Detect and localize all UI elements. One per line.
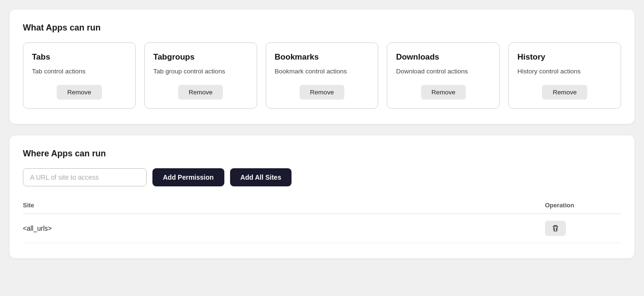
what-apps-section: What Apps can run TabsTab control action… — [10, 10, 634, 124]
permission-desc-bookmarks: Bookmark control actions — [275, 67, 370, 76]
permission-card-downloads: DownloadsDownload control actionsRemove — [387, 42, 500, 109]
site-col-header: Site — [23, 198, 545, 214]
operation-col-header: Operation — [545, 198, 621, 214]
permissions-grid: TabsTab control actionsRemoveTabgroupsTa… — [23, 42, 621, 109]
permission-desc-tabs: Tab control actions — [32, 67, 127, 76]
permission-title-downloads: Downloads — [396, 52, 491, 62]
sites-table: Site Operation <all_urls> — [23, 198, 621, 243]
permission-card-history: HistoryHistory control actionsRemove — [508, 42, 621, 109]
where-apps-section: Where Apps can run Add Permission Add Al… — [10, 135, 634, 258]
url-input[interactable] — [23, 168, 147, 186]
remove-button-downloads[interactable]: Remove — [421, 85, 466, 100]
what-apps-title: What Apps can run — [23, 23, 621, 33]
add-permission-button[interactable]: Add Permission — [152, 168, 224, 186]
permission-title-tabgroups: Tabgroups — [153, 52, 248, 62]
site-cell: <all_urls> — [23, 214, 545, 243]
table-row: <all_urls> — [23, 214, 621, 243]
remove-button-bookmarks[interactable]: Remove — [300, 85, 344, 100]
permission-title-history: History — [517, 52, 612, 62]
permission-desc-downloads: Download control actions — [396, 67, 491, 76]
remove-button-tabgroups[interactable]: Remove — [178, 85, 223, 100]
permission-desc-tabgroups: Tab group control actions — [153, 67, 248, 76]
permission-title-tabs: Tabs — [32, 52, 127, 62]
permission-card-bookmarks: BookmarksBookmark control actionsRemove — [266, 42, 379, 109]
delete-site-button[interactable] — [545, 221, 566, 236]
permission-desc-history: History control actions — [517, 67, 612, 76]
permission-card-tabgroups: TabgroupsTab group control actionsRemove — [144, 42, 257, 109]
operation-cell — [545, 214, 621, 243]
where-apps-title: Where Apps can run — [23, 149, 621, 159]
permission-title-bookmarks: Bookmarks — [275, 52, 370, 62]
url-input-row: Add Permission Add All Sites — [23, 168, 621, 186]
remove-button-history[interactable]: Remove — [542, 85, 587, 100]
permission-card-tabs: TabsTab control actionsRemove — [23, 42, 136, 109]
add-all-sites-button[interactable]: Add All Sites — [230, 168, 292, 186]
remove-button-tabs[interactable]: Remove — [57, 85, 101, 100]
